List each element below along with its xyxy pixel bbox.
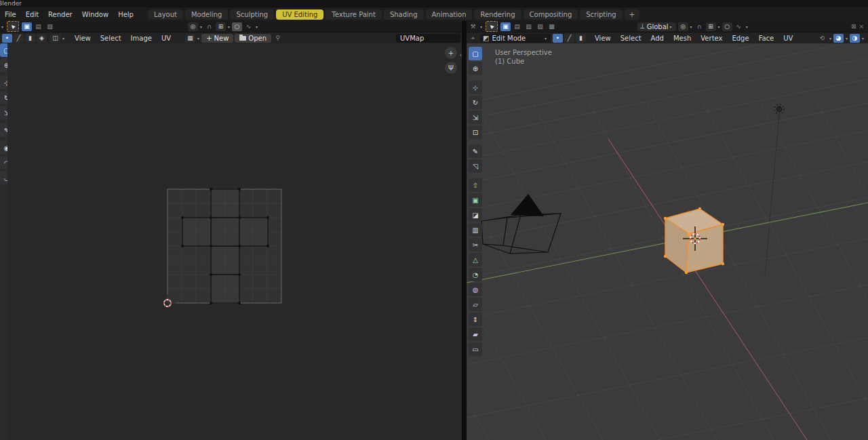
vp-menu-mesh[interactable]: Mesh <box>669 33 696 43</box>
vp-menu-face[interactable]: Face <box>754 33 779 43</box>
vp-snap-with-icon[interactable]: ⊞ <box>706 22 716 31</box>
vp-select-op-intersect-icon[interactable]: ▩ <box>547 22 557 31</box>
tool-select-box[interactable]: ▢ <box>0 43 7 57</box>
uv-editor-type-chevron-icon[interactable]: ▾ <box>1 24 3 29</box>
menu-file[interactable]: File <box>0 9 21 20</box>
tool-move[interactable]: ⊹ <box>0 76 7 89</box>
tool-annotate[interactable]: ✎ <box>469 144 482 158</box>
uv-map-name-field[interactable]: UVMap <box>396 34 460 43</box>
vp-menu-uv[interactable]: UV <box>778 33 797 43</box>
editor-corner-icon[interactable]: ⊠ <box>851 23 856 30</box>
tool-shear[interactable]: ▰ <box>469 327 482 341</box>
uv-select-op-subtract-icon[interactable]: ▧ <box>45 22 55 31</box>
uv-snap-magnet-icon[interactable]: ∩ <box>204 22 214 31</box>
vp-tool-settings-chevron-icon[interactable]: ▾ <box>480 24 482 29</box>
uv-menu-select[interactable]: Select <box>96 33 126 43</box>
uv-menu-image[interactable]: Image <box>126 33 157 43</box>
vp-select-op-extend-icon[interactable]: ▤ <box>512 22 522 31</box>
tool-shrink-fatten[interactable]: ⇕ <box>469 313 482 326</box>
vp-snap-chevron-icon[interactable]: ▾ <box>718 24 720 29</box>
vp-select-op-subtract-icon[interactable]: ▧ <box>524 22 534 31</box>
vp-menu-select[interactable]: Select <box>616 33 646 43</box>
uv-falloff-chevron-icon[interactable]: ▾ <box>256 24 258 29</box>
menu-help[interactable]: Help <box>113 9 138 20</box>
uv-select-op-extend-icon[interactable]: ▤ <box>33 22 43 31</box>
tool-extrude-region[interactable]: ⇧ <box>469 178 482 192</box>
tool-spin[interactable]: ◔ <box>469 268 482 281</box>
menu-render[interactable]: Render <box>43 9 77 20</box>
tab-uv-editing[interactable]: UV Editing <box>276 9 323 20</box>
tab-layout[interactable]: Layout <box>148 9 183 20</box>
viewport-shading-icon[interactable]: ◑ <box>850 34 860 43</box>
image-browse-icon[interactable]: ▦ <box>185 34 195 43</box>
tool-inset-faces[interactable]: ▣ <box>469 193 482 207</box>
pan-hand-button[interactable]: Ψ <box>445 62 457 74</box>
image-browse-chevron-icon[interactable]: ▾ <box>197 36 199 41</box>
light-object[interactable] <box>765 104 784 277</box>
show-overlays-icon[interactable]: ◕ <box>833 34 844 43</box>
tool-bevel[interactable]: ◪ <box>469 208 482 222</box>
uv-mode-edge-button[interactable]: ╱ <box>14 34 24 43</box>
vp-falloff-chevron-icon[interactable]: ▾ <box>746 24 748 29</box>
vp-active-tool-button[interactable]: ▶ <box>486 21 498 32</box>
zoom-button[interactable]: + <box>445 47 457 59</box>
vp-mode-vertex-button[interactable]: • <box>553 34 563 43</box>
tool-knife[interactable]: ✂ <box>469 238 482 252</box>
tool-scale[interactable]: ⇲ <box>0 106 7 119</box>
shading-chevron-icon[interactable]: ▾ <box>862 36 864 41</box>
tool-scale[interactable]: ⇲ <box>469 111 482 124</box>
orientation-dropdown[interactable]: ⟂Global▾ <box>637 22 676 31</box>
vp-select-op-new-icon[interactable]: ▣ <box>500 22 511 31</box>
uv-active-tool-button[interactable]: ▶ <box>7 21 19 32</box>
uv-mode-island-button[interactable]: ◈ <box>37 34 47 43</box>
tab-scripting[interactable]: Scripting <box>580 9 622 20</box>
camera-object[interactable] <box>481 194 561 254</box>
tab-rendering[interactable]: Rendering <box>474 9 521 20</box>
cube-object[interactable] <box>664 207 724 274</box>
vp-falloff-icon[interactable]: ∿ <box>734 22 744 31</box>
uv-sticky-chevron-icon[interactable]: ▾ <box>62 36 64 41</box>
vp-menu-vertex[interactable]: Vertex <box>696 33 727 43</box>
tool-smooth[interactable]: ◍ <box>469 283 482 296</box>
vp-proportional-edit-icon[interactable]: ○ <box>722 22 732 31</box>
vp-mode-edge-button[interactable]: ╱ <box>564 34 574 43</box>
vp-pivot-chevron-icon[interactable]: ▾ <box>690 24 692 29</box>
tool-measure[interactable]: ◹ <box>469 159 482 173</box>
tool-pinch[interactable]: ◡ <box>0 171 7 184</box>
tab-sculpting[interactable]: Sculpting <box>230 9 274 20</box>
menu-edit[interactable]: Edit <box>21 9 43 20</box>
uv-mode-vertex-button[interactable]: • <box>2 34 12 43</box>
overlays-chevron-icon[interactable]: ▾ <box>846 36 848 41</box>
tool-edge-slide[interactable]: ▱ <box>469 298 482 311</box>
vp-editor-type-icon[interactable]: ⌖ <box>468 34 478 43</box>
uv-proportional-edit-icon[interactable]: ○ <box>232 22 242 31</box>
area-divider[interactable] <box>462 21 467 440</box>
uv-pivot-icon[interactable]: ◎ <box>188 22 198 31</box>
tool-rotate[interactable]: ↻ <box>469 96 482 109</box>
uv-select-op-new-icon[interactable]: ▣ <box>22 22 32 31</box>
uv-menu-uv[interactable]: UV <box>157 33 176 43</box>
uv-menu-view[interactable]: View <box>70 33 96 43</box>
tool-grab[interactable]: ◉ <box>0 141 7 155</box>
menu-window[interactable]: Window <box>77 9 113 20</box>
tool-cursor[interactable]: ⊕ <box>0 58 7 72</box>
uv-snap-with-icon[interactable]: ⊞ <box>216 22 226 31</box>
tab-modeling[interactable]: Modeling <box>185 9 229 20</box>
uv-sticky-mode-button[interactable]: ◫ <box>50 34 60 43</box>
show-gizmo-icon[interactable]: ⟲ <box>817 34 827 43</box>
uv-falloff-icon[interactable]: ∿ <box>243 22 254 31</box>
pin-icon[interactable]: ⚲ <box>273 34 283 43</box>
tool-select-box[interactable]: ▢ <box>469 47 482 60</box>
vp-snap-magnet-icon[interactable]: ∩ <box>694 22 705 31</box>
vp-tool-settings-icon[interactable]: ⚒ <box>468 22 478 31</box>
tool-rotate[interactable]: ↻ <box>0 91 7 104</box>
vp-menu-add[interactable]: Add <box>646 33 669 43</box>
open-image-button[interactable]: Open <box>235 34 271 43</box>
uv-mode-face-button[interactable]: ▮ <box>25 34 35 43</box>
uv-snap-chevron-icon[interactable]: ▾ <box>228 24 230 29</box>
vp-mode-face-button[interactable]: ▮ <box>576 34 586 43</box>
tool-loop-cut[interactable]: ▥ <box>469 223 482 237</box>
tab-shading[interactable]: Shading <box>384 9 424 20</box>
tool-rip-region[interactable]: ▭ <box>469 342 482 356</box>
tool-transform[interactable]: ⊡ <box>469 125 482 139</box>
